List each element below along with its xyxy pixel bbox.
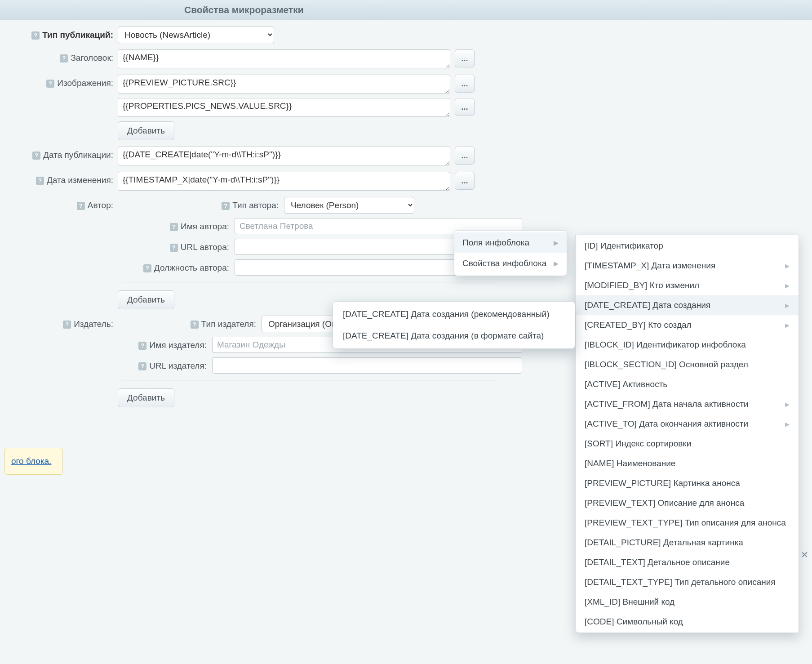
menu3-item[interactable]: [DATE_CREATE] Дата создания (в формате с… [333,325,575,347]
label-text: URL издателя: [149,361,207,370]
context-menu-level1: Поля инфоблока▶Свойства инфоблока▶ [454,230,567,276]
label-text: Имя автора: [181,222,229,231]
field-headline: {{NAME}} ... [118,49,475,68]
context-menu-level3: [DATE_CREATE] Дата создания (рекомендова… [333,301,575,349]
input-date-mod[interactable]: {{TIMESTAMP_X|date("Y-m-d\\TH:i:sP")}} [118,172,450,191]
help-icon[interactable]: ? [32,152,40,160]
label-text: Издатель: [74,319,113,329]
menu2-item[interactable]: [PREVIEW_PICTURE] Картинка анонса [576,473,799,493]
note-box: ого блока. [4,448,63,475]
menu2-item[interactable]: [IBLOCK_SECTION_ID] Основной раздел [576,355,799,374]
menu2-item[interactable]: [MODIFIED_BY] Кто изменил▶ [576,276,799,295]
input-date-pub[interactable]: {{DATE_CREATE|date("Y-m-d\\TH:i:sP")}} [118,147,450,165]
label-text: Тип публикаций: [42,30,113,40]
menu2-item[interactable]: [DETAIL_TEXT] Детальное описание [576,553,799,572]
chevron-right-icon: ▶ [785,322,790,329]
chevron-right-icon: ▶ [785,421,790,428]
select-pub-type[interactable]: Новость (NewsArticle) [118,27,274,43]
context-menu-level2: [ID] Идентификатор[TIMESTAMP_X] Дата изм… [575,235,799,583]
input-image-1[interactable]: {{PREVIEW_PICTURE.SRC}} [118,75,450,94]
row-images: ?Изображения: {{PREVIEW_PICTURE.SRC}} ..… [4,75,808,140]
help-icon[interactable]: ? [60,54,68,62]
input-image-2[interactable]: {{PROPERTIES.PICS_NEWS.VALUE.SRC}} [118,98,450,117]
menu2-item[interactable]: [PREVIEW_TEXT_TYPE] Тип описания для ано… [576,513,799,533]
label-date-pub: ?Дата публикации: [4,147,118,160]
label-text: Тип автора: [232,201,279,210]
label-text: Изображения: [57,78,113,88]
chevron-right-icon: ▶ [785,401,790,408]
label-text: Дата изменения: [47,175,113,185]
chevron-right-icon: ▶ [554,239,559,246]
menu2-item[interactable]: [TIMESTAMP_X] Дата изменения▶ [576,256,799,276]
label-text: Автор: [88,201,113,210]
divider [122,282,495,282]
menu1-item[interactable]: Поля инфоблока▶ [454,232,567,253]
help-icon[interactable]: ? [46,80,54,88]
help-icon[interactable]: ? [170,244,178,252]
menu2-item[interactable]: [SORT] Индекс сортировки [576,434,799,454]
menu2-item[interactable]: [DETAIL_TEXT_TYPE] Тип детального описан… [576,572,799,583]
menu2-item[interactable]: [ACTIVE_FROM] Дата начала активности▶ [576,394,799,414]
picker-button[interactable]: ... [455,172,475,190]
menu2-item[interactable]: [ID] Идентификатор [576,236,799,256]
label-images: ?Изображения: [4,75,118,88]
add-author-button[interactable]: Добавить [118,290,174,309]
picker-button[interactable]: ... [455,49,475,67]
label-publisher: ?Издатель: [4,316,118,329]
picker-button[interactable]: ... [455,147,475,165]
row-headline: ?Заголовок: {{NAME}} ... [4,49,808,68]
field-date-mod: {{TIMESTAMP_X|date("Y-m-d\\TH:i:sP")}} .… [118,172,475,191]
menu1-item[interactable]: Свойства инфоблока▶ [454,253,567,274]
help-icon[interactable]: ? [138,362,146,370]
input-headline[interactable]: {{NAME}} [118,49,450,68]
field-pub-type: Новость (NewsArticle) [118,27,274,43]
menu2-item[interactable]: [DETAIL_PICTURE] Детальная картинка [576,533,799,553]
label-text: Дата публикации: [43,150,113,160]
help-icon[interactable]: ? [170,223,178,231]
add-publisher-button[interactable]: Добавить [118,388,174,407]
menu2-item[interactable]: [NAME] Наименование [576,454,799,473]
chevron-right-icon: ▶ [785,263,790,269]
help-icon[interactable]: ? [77,202,85,210]
help-icon[interactable]: ? [222,202,230,210]
menu2-item[interactable]: [DATE_CREATE] Дата создания▶ [576,295,799,315]
label-headline: ?Заголовок: [4,49,118,63]
row-date-pub: ?Дата публикации: {{DATE_CREATE|date("Y-… [4,147,808,165]
label-author: ?Автор: [4,197,118,210]
select-author-type[interactable]: Человек (Person) [284,197,414,214]
label-text: Должность автора: [154,263,229,272]
divider [122,380,495,380]
help-icon[interactable]: ? [138,342,146,350]
help-icon[interactable]: ? [36,177,44,185]
note-link[interactable]: ого блока. [11,456,51,466]
row-pub-type: ?Тип публикаций: Новость (NewsArticle) [4,27,808,43]
label-pub-type: ?Тип публикаций: [4,27,118,40]
label-date-mod: ?Дата изменения: [4,172,118,185]
header-bar: Свойства микроразметки [0,0,812,20]
field-date-pub: {{DATE_CREATE|date("Y-m-d\\TH:i:sP")}} .… [118,147,475,165]
help-icon[interactable]: ? [63,321,71,329]
menu2-item[interactable]: [ACTIVE_TO] Дата окончания активности▶ [576,414,799,434]
input-publisher-url[interactable] [212,357,522,374]
help-icon[interactable]: ? [191,321,199,329]
chevron-right-icon: ▶ [785,302,790,309]
add-image-button[interactable]: Добавить [118,121,174,140]
picker-button[interactable]: ... [455,98,475,116]
menu2-item[interactable]: [CREATED_BY] Кто создал▶ [576,315,799,335]
menu2-item[interactable]: [PREVIEW_TEXT] Описание для анонса [576,493,799,513]
help-icon[interactable]: ? [31,31,40,40]
help-icon[interactable]: ? [143,264,151,272]
label-text: Имя издателя: [149,340,207,350]
page-title: Свойства микроразметки [184,4,304,15]
label-text: URL автора: [181,242,229,252]
field-images: {{PREVIEW_PICTURE.SRC}} ... {{PROPERTIES… [118,75,475,140]
label-text: Тип издателя: [201,319,256,329]
menu3-item[interactable]: [DATE_CREATE] Дата создания (рекомендова… [333,303,575,325]
menu2-item[interactable]: [ACTIVE] Активность [576,374,799,394]
chevron-right-icon: ▶ [785,282,790,289]
menu2-item[interactable]: [IBLOCK_ID] Идентификатор инфоблока [576,335,799,355]
picker-button[interactable]: ... [455,75,475,93]
close-icon[interactable]: ✕ [801,549,808,560]
row-date-mod: ?Дата изменения: {{TIMESTAMP_X|date("Y-m… [4,172,808,191]
chevron-right-icon: ▶ [554,260,559,267]
